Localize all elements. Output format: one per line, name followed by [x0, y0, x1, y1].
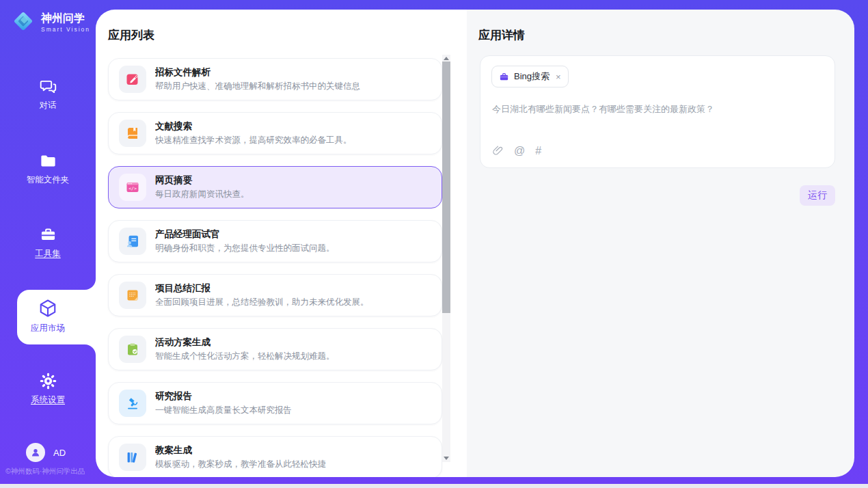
sticky-note-icon — [119, 282, 146, 309]
sidebar-item-smart-folder[interactable]: 智能文件夹 — [0, 152, 96, 186]
app-window: 神州问学 Smart Vision 对话 智能文件夹 — [0, 0, 868, 484]
scroll-down-arrow-icon[interactable] — [444, 457, 449, 460]
active-tab-fillet-top — [85, 279, 96, 290]
app-description: 全面回顾项目进展，总结经验教训，助力未来优化发展。 — [155, 297, 369, 308]
sidebar-item-label: 应用市场 — [0, 323, 96, 334]
list-item-lesson-plan[interactable]: 教案生成 模板驱动，教案秒成，教学准备从此轻松快捷 — [108, 436, 442, 477]
sidebar-item-label: 对话 — [0, 100, 96, 111]
close-icon[interactable]: × — [556, 72, 561, 82]
sidebar-item-settings[interactable]: 系统设置 — [0, 372, 96, 406]
user-account[interactable]: AD — [26, 443, 66, 462]
app-description: 一键智能生成高质量长文本研究报告 — [155, 405, 292, 416]
brand-logo: 神州问学 Smart Vision — [11, 9, 90, 36]
app-name: 活动方案生成 — [155, 337, 335, 347]
folder-icon — [0, 152, 96, 170]
list-item-web-summary-selected[interactable]: </> 网页摘要 每日政府新闻资讯快查。 — [108, 166, 442, 208]
list-item-pm-interviewer[interactable]: 产品经理面试官 明确身份和职责，为您提供专业性的面试问题。 — [108, 220, 442, 262]
sidebar-item-label: 智能文件夹 — [0, 174, 96, 186]
books-icon — [119, 444, 146, 471]
sidebar-item-chat[interactable]: 对话 — [0, 77, 96, 111]
active-tab-fillet-bottom — [85, 344, 96, 355]
svg-text:</>: </> — [128, 186, 137, 191]
app-name: 文献搜索 — [155, 121, 352, 131]
app-list: 招标文件解析 帮助用户快速、准确地理解和解析招标书中的关键信息 文献搜索 快速精… — [108, 58, 442, 477]
prompt-card: Bing搜索 × 今日湖北有哪些新闻要点？有哪些需要关注的最新政策？ @ # — [480, 55, 835, 168]
app-name: 教案生成 — [155, 445, 326, 455]
chat-icon — [0, 77, 96, 96]
sidebar-item-label: 系统设置 — [0, 394, 96, 406]
run-button[interactable]: 运行 — [800, 185, 835, 206]
sidebar-item-toolset[interactable]: 工具集 — [0, 226, 96, 260]
attachment-toolbar: @ # — [492, 145, 541, 157]
app-name: 产品经理面试官 — [155, 229, 335, 239]
diamond-logo-icon — [11, 9, 36, 36]
list-scrollbar[interactable] — [442, 55, 450, 462]
list-item-project-summary[interactable]: 项目总结汇报 全面回顾项目进展，总结经验教训，助力未来优化发展。 — [108, 274, 442, 316]
cube-icon — [0, 298, 96, 318]
tool-tag-label: Bing搜索 — [514, 70, 550, 83]
avatar — [26, 443, 45, 462]
list-item-literature-search[interactable]: 文献搜索 快速精准查找学术资源，提高研究效率的必备工具。 — [108, 112, 442, 154]
app-detail-title: 应用详情 — [478, 27, 525, 43]
brand-name: 神州问学 — [41, 12, 90, 25]
app-list-title: 应用列表 — [108, 27, 154, 43]
user-name: AD — [53, 448, 66, 458]
browser-code-icon: </> — [119, 174, 146, 201]
copyright-text: ©神州数码·神州问学出品 — [5, 467, 97, 476]
brand-subtitle: Smart Vision — [41, 26, 90, 33]
app-list-panel: 应用列表 招标文件解析 帮助用户快速、准确地理解和解析招标书中的关键信息 — [96, 10, 467, 477]
interview-doc-icon — [119, 228, 146, 255]
app-description: 智能生成个性化活动方案，轻松解决规划难题。 — [155, 351, 335, 362]
microscope-icon — [119, 390, 146, 417]
list-item-research-report[interactable]: 研究报告 一键智能生成高质量长文本研究报告 — [108, 382, 442, 424]
toolbox-icon — [0, 226, 96, 244]
briefcase-icon — [499, 72, 509, 82]
scrollbar-thumb[interactable] — [442, 62, 450, 313]
app-name: 研究报告 — [155, 391, 292, 401]
app-name: 网页摘要 — [155, 175, 249, 185]
sidebar-item-label: 工具集 — [0, 248, 96, 260]
pen-square-icon — [119, 66, 146, 93]
list-item-bid-analysis[interactable]: 招标文件解析 帮助用户快速、准确地理解和解析招标书中的关键信息 — [108, 58, 442, 100]
list-item-event-plan[interactable]: 活动方案生成 智能生成个性化活动方案，轻松解决规划难题。 — [108, 328, 442, 370]
sidebar-item-app-market[interactable]: 应用市场 — [0, 298, 96, 334]
hash-icon[interactable]: # — [535, 146, 541, 157]
app-name: 招标文件解析 — [155, 67, 360, 77]
book-icon — [119, 120, 146, 147]
scroll-up-arrow-icon[interactable] — [444, 57, 449, 60]
app-description: 帮助用户快速、准确地理解和解析招标书中的关键信息 — [155, 81, 360, 92]
app-description: 明确身份和职责，为您提供专业性的面试问题。 — [155, 243, 335, 254]
app-description: 每日政府新闻资讯快查。 — [155, 189, 249, 200]
app-description: 模板驱动，教案秒成，教学准备从此轻松快捷 — [155, 459, 326, 470]
mention-at-icon[interactable]: @ — [514, 146, 525, 157]
gear-icon — [0, 372, 96, 390]
tool-tag-bing-search[interactable]: Bing搜索 × — [491, 66, 569, 87]
clipboard-check-icon — [119, 336, 146, 363]
app-detail-panel: 应用详情 Bing搜索 × 今日湖北有哪些新闻要点？有哪些需要关注的最新政策？ — [467, 10, 854, 477]
app-name: 项目总结汇报 — [155, 283, 369, 293]
paperclip-icon[interactable] — [492, 145, 504, 157]
app-description: 快速精准查找学术资源，提高研究效率的必备工具。 — [155, 135, 352, 146]
query-input[interactable]: 今日湖北有哪些新闻要点？有哪些需要关注的最新政策？ — [492, 103, 821, 116]
